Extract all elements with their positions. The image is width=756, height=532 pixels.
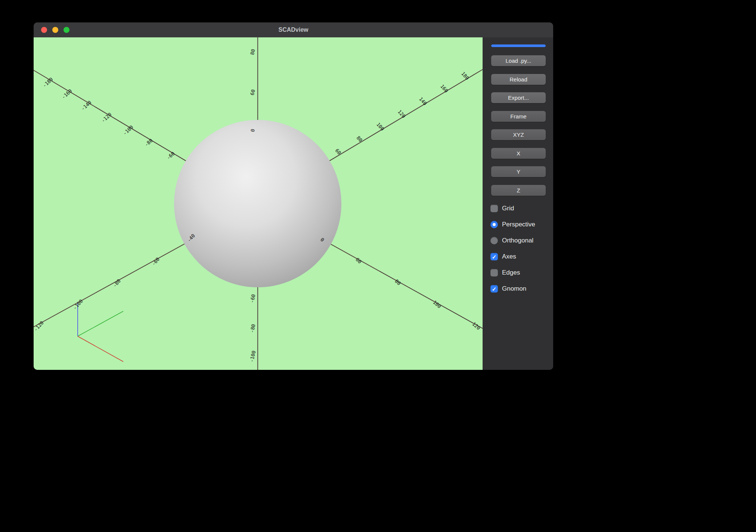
axis-tick-label: 140 — [418, 96, 428, 106]
load-py-button[interactable]: Load .py... — [491, 55, 546, 66]
x-button[interactable]: X — [491, 148, 546, 159]
toggle-label: Grid — [502, 205, 514, 212]
axis-tick-label: -100 — [122, 124, 134, 136]
toggle-label: Orthogonal — [502, 237, 533, 244]
toggle-label: Edges — [502, 269, 520, 276]
edges-checkbox[interactable]: Edges — [490, 269, 535, 276]
axis-tick-label: 80 — [250, 49, 256, 55]
axes-checkbox[interactable]: Axes — [490, 253, 535, 260]
gnomon-y-axis — [78, 311, 123, 336]
gnomon-checkbox[interactable]: Gnomon — [490, 285, 535, 293]
xyz-button[interactable]: XYZ — [491, 129, 546, 140]
checkbox-icon[interactable] — [490, 285, 498, 293]
orthogonal-radio[interactable]: Orthogonal — [490, 237, 535, 244]
frame-button[interactable]: Frame — [491, 111, 546, 122]
button-stack: Load .py... Reload Export... Frame XYZ X… — [491, 55, 546, 196]
axis-tick-label: -60 — [249, 294, 257, 303]
toggle-stack: Grid Perspective Orthogonal Axes Edges — [490, 205, 535, 293]
checkbox-icon[interactable] — [490, 269, 498, 276]
toggle-label: Axes — [502, 253, 516, 260]
reload-button[interactable]: Reload — [491, 74, 546, 85]
axis-tick-label: -180 — [41, 77, 54, 89]
y-button[interactable]: Y — [491, 166, 546, 177]
axis-tick-label: 60 — [250, 89, 256, 96]
axis-tick-label: -80 — [249, 324, 257, 333]
sphere-model — [174, 120, 341, 287]
3d-viewport[interactable]: -180-160-140-120-100-80-6060801001201401… — [34, 37, 483, 370]
export-button[interactable]: Export... — [491, 92, 546, 103]
axis-tick-label: -60 — [165, 151, 176, 161]
toggle-label: Perspective — [502, 221, 535, 228]
axis-tick-label: 180 — [460, 71, 470, 81]
radio-icon[interactable] — [490, 221, 498, 228]
axis-tick-label: -140 — [80, 100, 92, 112]
axis-tick-label: -160 — [61, 88, 73, 100]
perspective-radio[interactable]: Perspective — [490, 221, 535, 228]
radio-icon[interactable] — [490, 237, 498, 244]
gnomon-x-axis — [78, 336, 123, 362]
axis-tick-label: 160 — [439, 83, 449, 93]
window-title: SCADview — [34, 22, 553, 37]
progress-fill — [491, 44, 546, 47]
grid-checkbox[interactable]: Grid — [490, 205, 535, 212]
axis-tick-label: -100 — [249, 350, 257, 363]
toggle-label: Gnomon — [502, 285, 526, 293]
checkbox-icon[interactable] — [490, 205, 498, 212]
scene-canvas: -180-160-140-120-100-80-6060801001201401… — [34, 37, 483, 370]
axis-tick-label: 100 — [375, 121, 385, 132]
axis-tick-label: -120 — [100, 112, 112, 124]
title-bar[interactable]: SCADview — [34, 22, 553, 38]
checkbox-icon[interactable] — [490, 253, 498, 260]
desktop: SCADview -180-160-140-120-100-80-6060801… — [0, 0, 756, 532]
progress-bar — [491, 44, 546, 47]
sidebar: Load .py... Reload Export... Frame XYZ X… — [483, 37, 553, 370]
axis-tick-label: -80 — [143, 137, 154, 148]
z-button[interactable]: Z — [491, 185, 546, 196]
scadview-window: SCADview -180-160-140-120-100-80-6060801… — [34, 22, 553, 370]
axis-tick-label: 120 — [397, 109, 407, 119]
